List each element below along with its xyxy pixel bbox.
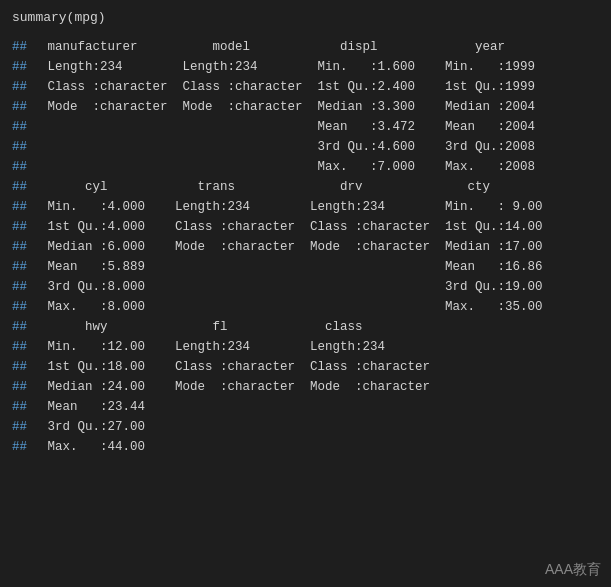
hash-prefix: ## <box>12 197 40 217</box>
table-row: ## manufacturer model displ year <box>12 37 599 57</box>
hash-prefix: ## <box>12 397 40 417</box>
hash-prefix: ## <box>12 337 40 357</box>
line-content: 1st Qu.:18.00 Class :character Class :ch… <box>40 357 438 377</box>
line-content: Max. :44.00 <box>40 437 168 457</box>
table-row: ## Median :24.00 Mode :character Mode :c… <box>12 377 599 397</box>
line-content: Mean :23.44 <box>40 397 168 417</box>
hash-prefix: ## <box>12 417 40 437</box>
hash-prefix: ## <box>12 437 40 457</box>
line-content: Mode :character Mode :character Median :… <box>40 97 550 117</box>
line-content: 3rd Qu.:27.00 <box>40 417 168 437</box>
line-content: hwy fl class <box>40 317 408 337</box>
line-content: Median :6.000 Mode :character Mode :char… <box>40 237 550 257</box>
line-content: Max. :7.000 Max. :2008 <box>40 157 550 177</box>
table-row: ## 3rd Qu.:27.00 <box>12 417 599 437</box>
table-row: ## hwy fl class <box>12 317 599 337</box>
line-content: 1st Qu.:4.000 Class :character Class :ch… <box>40 217 550 237</box>
line-content: Mean :5.889 Mean :16.86 <box>40 257 550 277</box>
hash-prefix: ## <box>12 57 40 77</box>
hash-prefix: ## <box>12 377 40 397</box>
table-row: ## Max. :7.000 Max. :2008 <box>12 157 599 177</box>
hash-prefix: ## <box>12 137 40 157</box>
output-block: ## manufacturer model displ year ## Leng… <box>12 37 599 457</box>
hash-prefix: ## <box>12 277 40 297</box>
table-row: ## Max. :8.000 Max. :35.00 <box>12 297 599 317</box>
hash-prefix: ## <box>12 97 40 117</box>
watermark: AAA教育 <box>545 561 601 579</box>
hash-prefix: ## <box>12 157 40 177</box>
line-content: Max. :8.000 Max. :35.00 <box>40 297 550 317</box>
main-container: summary(mpg) ## manufacturer model displ… <box>0 0 611 587</box>
line-content: cyl trans drv cty <box>40 177 543 197</box>
line-content: 3rd Qu.:4.600 3rd Qu.:2008 <box>40 137 550 157</box>
table-row: ## 1st Qu.:4.000 Class :character Class … <box>12 217 599 237</box>
table-row: ## Length:234 Length:234 Min. :1.600 Min… <box>12 57 599 77</box>
hash-prefix: ## <box>12 37 40 57</box>
table-row: ## 3rd Qu.:8.000 3rd Qu.:19.00 <box>12 277 599 297</box>
hash-prefix: ## <box>12 237 40 257</box>
hash-prefix: ## <box>12 77 40 97</box>
line-content: Min. :4.000 Length:234 Length:234 Min. :… <box>40 197 550 217</box>
table-row: ## Mode :character Mode :character Media… <box>12 97 599 117</box>
table-row: ## Mean :5.889 Mean :16.86 <box>12 257 599 277</box>
line-content: Class :character Class :character 1st Qu… <box>40 77 550 97</box>
line-content: manufacturer model displ year <box>40 37 528 57</box>
hash-prefix: ## <box>12 357 40 377</box>
table-row: ## Median :6.000 Mode :character Mode :c… <box>12 237 599 257</box>
table-row: ## Max. :44.00 <box>12 437 599 457</box>
hash-prefix: ## <box>12 177 40 197</box>
hash-prefix: ## <box>12 257 40 277</box>
table-row: ## 1st Qu.:18.00 Class :character Class … <box>12 357 599 377</box>
hash-prefix: ## <box>12 297 40 317</box>
line-content: Median :24.00 Mode :character Mode :char… <box>40 377 438 397</box>
hash-prefix: ## <box>12 317 40 337</box>
line-content: 3rd Qu.:8.000 3rd Qu.:19.00 <box>40 277 550 297</box>
line-content: Length:234 Length:234 Min. :1.600 Min. :… <box>40 57 550 77</box>
table-row: ## Min. :12.00 Length:234 Length:234 <box>12 337 599 357</box>
line-content: Mean :3.472 Mean :2004 <box>40 117 550 137</box>
table-row: ## Class :character Class :character 1st… <box>12 77 599 97</box>
table-row: ## Mean :23.44 <box>12 397 599 417</box>
hash-prefix: ## <box>12 117 40 137</box>
hash-prefix: ## <box>12 217 40 237</box>
title: summary(mpg) <box>12 10 599 25</box>
table-row: ## 3rd Qu.:4.600 3rd Qu.:2008 <box>12 137 599 157</box>
table-row: ## cyl trans drv cty <box>12 177 599 197</box>
line-content: Min. :12.00 Length:234 Length:234 <box>40 337 408 357</box>
table-row: ## Mean :3.472 Mean :2004 <box>12 117 599 137</box>
table-row: ## Min. :4.000 Length:234 Length:234 Min… <box>12 197 599 217</box>
